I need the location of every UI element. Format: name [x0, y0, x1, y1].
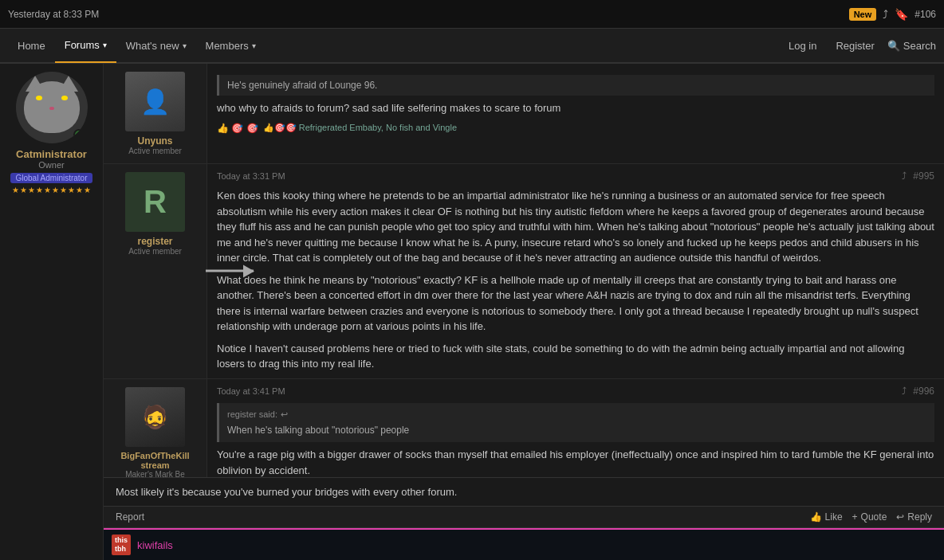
content-area: 👤 Unyuns Active member He's genuinely af…: [104, 64, 944, 560]
post-timestamp-996: Today at 3:41 PM: [217, 386, 285, 396]
post-username-995[interactable]: register: [137, 236, 172, 247]
nav-home[interactable]: Home: [8, 28, 55, 63]
sidebar-role: Owner: [38, 160, 64, 170]
quote-block-996: register said: ↩ When he's talking about…: [217, 403, 934, 443]
like-button[interactable]: 👍 Like: [810, 511, 843, 523]
post-share-995[interactable]: ⤴: [902, 170, 907, 182]
post-para-995-1: Ken does this kooky thing where he prete…: [217, 188, 934, 266]
post-user-title-996: Maker's Mark BeUpon Him 🙏🕯: [125, 470, 185, 478]
main-layout: Catministrator Owner Global Administrato…: [0, 64, 944, 560]
online-indicator: [73, 129, 85, 140]
nav-forums[interactable]: Forums ▾: [55, 28, 116, 63]
bottom-actions: Report 👍 Like + Quote ↩ Reply: [104, 507, 944, 528]
nav-register[interactable]: Register: [829, 37, 880, 55]
top-bar: Yesterday at 8:33 PM New ⤴ 🔖 #106: [0, 0, 944, 29]
action-buttons: 👍 Like + Quote ↩ Reply: [810, 511, 932, 523]
footer-logo-line1: this: [115, 536, 128, 545]
post-996: 🧔 BigFanOfTheKillstream Maker's Mark BeU…: [104, 379, 944, 478]
cat-avatar-img: [16, 72, 88, 143]
nav-whats-new[interactable]: What's new ▾: [116, 28, 196, 63]
user-avatar: [16, 72, 88, 143]
post-unyuns: 👤 Unyuns Active member He's genuinely af…: [104, 64, 944, 164]
post-left-unyuns: 👤 Unyuns Active member: [104, 64, 207, 163]
post-body-996: register said: ↩ When he's talking about…: [217, 403, 934, 478]
quote-icon: +: [852, 511, 858, 523]
posts-container: 👤 Unyuns Active member He's genuinely af…: [104, 64, 944, 477]
bottom-message: Most likely it's because you've burned y…: [104, 478, 944, 507]
quote-author-996: register said: ↩: [227, 408, 926, 421]
reaction-icons: 👍 🎯 🎯: [217, 123, 258, 134]
cat-nose: [49, 107, 54, 110]
unyuns-reactions: 👍 🎯 🎯 👍🎯🎯 Refrigerated Embaby, No fish a…: [217, 123, 934, 134]
quote-button[interactable]: + Quote: [852, 511, 887, 523]
quote-author-name: register said:: [227, 408, 277, 421]
sidebar-stars: ★★★★★★★★★★: [12, 186, 92, 194]
new-badge[interactable]: New: [849, 8, 877, 21]
cat-eye-right: [61, 96, 68, 100]
quote-icon: ↩: [281, 408, 288, 421]
reply-button[interactable]: ↩ Reply: [896, 511, 932, 523]
post-actions-995: ⤴ #995: [902, 170, 934, 182]
footer-logo-line2: tbh: [115, 545, 128, 554]
post-user-title-995: Active member: [128, 247, 182, 256]
post-body-995: Ken does this kooky thing where he prete…: [217, 188, 934, 372]
unyuns-avatar-photo: 👤: [125, 72, 185, 131]
share-icon[interactable]: ⤴: [883, 8, 888, 21]
post-para-995-2: What does he think he means by "notoriou…: [217, 272, 934, 335]
bookmark-icon[interactable]: 🔖: [895, 8, 908, 21]
post-avatar-996: 🧔: [125, 387, 185, 447]
post-right-996: Today at 3:41 PM ⤴ #996 register said: ↩: [207, 379, 944, 478]
nav-search[interactable]: 🔍 Search: [887, 40, 936, 52]
post-timestamp-995: Today at 3:31 PM: [217, 171, 285, 181]
top-bar-timestamp: Yesterday at 8:33 PM: [8, 9, 99, 20]
search-icon: 🔍: [887, 40, 900, 52]
footer-logo: this tbh: [112, 535, 131, 555]
quote-text-996: When he's talking about "notorious" peop…: [227, 425, 409, 436]
forums-dropdown-arrow: ▾: [103, 41, 107, 49]
post-number-995: #995: [913, 170, 934, 182]
whats-new-dropdown-arrow: ▾: [183, 41, 187, 50]
post-number-top: #106: [914, 9, 936, 20]
cat-eye-left: [36, 96, 42, 100]
post-left-995: R register Active member: [104, 164, 207, 378]
sidebar-username: Catministrator: [16, 148, 87, 160]
top-bar-right: New ⤴ 🔖 #106: [849, 8, 936, 21]
like-icon: 👍: [810, 511, 822, 523]
report-link[interactable]: Report: [116, 511, 144, 523]
footer-bar: this tbh kiwifails: [104, 528, 944, 560]
nav-bar: Home Forums ▾ What's new ▾ Members ▾ Log…: [0, 29, 944, 64]
unyuns-reply-text: who why to afraids to forum? sad sad lif…: [217, 100, 934, 116]
post-avatar-unyuns: 👤: [125, 72, 185, 131]
sidebar-badge: Global Administrator: [10, 173, 92, 183]
nav-login[interactable]: Log in: [782, 37, 823, 55]
post-995: R register Active member Today at 3:31 P…: [104, 164, 944, 379]
post-header-995: Today at 3:31 PM ⤴ #995: [217, 170, 934, 182]
nav-right: Log in Register 🔍 Search: [782, 37, 936, 55]
sidebar: Catministrator Owner Global Administrato…: [0, 64, 104, 560]
unyuns-quote-text: He's genuinely afraid of Lounge 96.: [227, 80, 377, 91]
nav-members[interactable]: Members ▾: [196, 28, 266, 63]
post-para-996-1: You're a rage pig with a bigger drawer o…: [217, 447, 934, 477]
post-para-995-3: Notice I haven't caused problems here or…: [217, 341, 934, 372]
unyuns-quote: He's genuinely afraid of Lounge 96.: [217, 75, 934, 96]
post-avatar-995: R: [125, 172, 185, 232]
post-right-995: Today at 3:31 PM ⤴ #995 Ken does this ko…: [207, 164, 944, 378]
post-actions-996: ⤴ #996: [902, 386, 934, 397]
post-share-996[interactable]: ⤴: [902, 386, 907, 397]
post-user-title-unyuns: Active member: [128, 147, 182, 155]
post-left-996: 🧔 BigFanOfTheKillstream Maker's Mark BeU…: [104, 379, 207, 478]
post-right-unyuns: He's genuinely afraid of Lounge 96. who …: [207, 64, 944, 163]
post-username-unyuns[interactable]: Unyuns: [137, 135, 172, 147]
post-header-996: Today at 3:41 PM ⤴ #996: [217, 386, 934, 397]
reply-icon: ↩: [896, 511, 904, 523]
footer-text: kiwifails: [137, 539, 173, 551]
unyuns-body: who why to afraids to forum? sad sad lif…: [217, 100, 934, 116]
members-dropdown-arrow: ▾: [252, 41, 256, 50]
arrow-indicator: [206, 270, 254, 272]
reaction-names: 👍🎯🎯 Refrigerated Embaby, No fish and Vin…: [263, 123, 457, 133]
register-avatar: R: [125, 172, 185, 232]
post-username-996[interactable]: BigFanOfTheKillstream: [120, 451, 189, 470]
bigfan-avatar-photo: 🧔: [125, 387, 185, 447]
bottom-section: Most likely it's because you've burned y…: [104, 477, 944, 560]
post-number-996: #996: [913, 386, 934, 397]
